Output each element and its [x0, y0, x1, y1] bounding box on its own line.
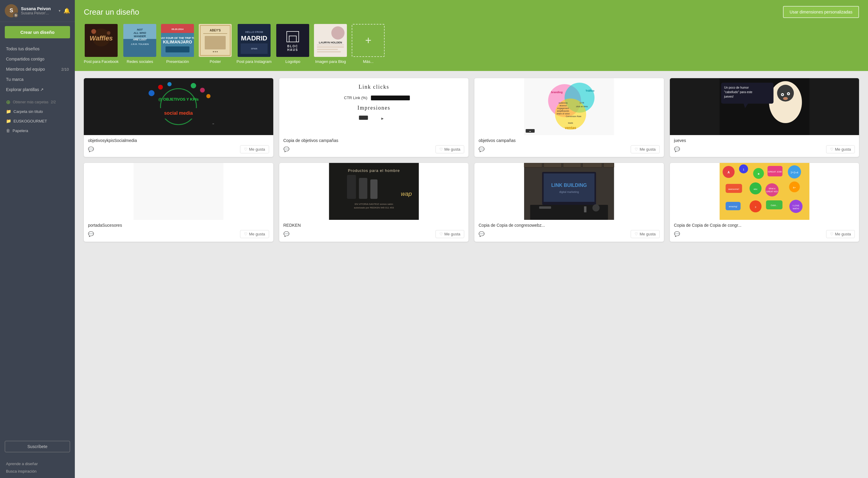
svg-rect-41 — [317, 49, 338, 50]
sidebar-folder-euskogourmet[interactable]: 📁 EUSKOGOURMET — [0, 116, 75, 126]
user-name: Susana Peivon — [21, 6, 56, 11]
design-type-more[interactable]: + Más... — [352, 24, 384, 64]
svg-rect-116 — [539, 206, 551, 209]
custom-dimensions-button[interactable]: Usar dimensiones personalizadas — [783, 6, 859, 18]
svg-text:@ OBJETIVOS Y KPIs: @ OBJETIVOS Y KPIs — [158, 97, 199, 101]
comment-icon[interactable]: 💬 — [478, 146, 485, 152]
design-type-blog[interactable]: LAURYN HOLDEN Imagen para Blog — [314, 24, 347, 64]
like-button-6[interactable]: ♡ Me gusta — [435, 230, 464, 238]
design-card-thumb-5 — [84, 163, 273, 220]
svg-text:BLOC: BLOC — [287, 44, 298, 48]
sidebar-item-shared[interactable]: Compartidos contigo — [0, 54, 75, 64]
bell-icon[interactable]: 🔔 — [63, 7, 70, 14]
sidebar: S S Susana Peivon Susana Peivon'... ▾ 🔔 … — [0, 0, 75, 478]
design-type-presentation[interactable]: 09.20.2014 DAY FOUR OF THE TRIP TO KILIM… — [161, 24, 194, 64]
like-button-8[interactable]: ♡ Me gusta — [826, 230, 855, 238]
design-type-label-facebook: Post para Facebook — [84, 59, 119, 64]
like-button-5[interactable]: ♡ Me gusta — [240, 230, 269, 238]
like-button-7[interactable]: ♡ Me gusta — [631, 230, 659, 238]
svg-text:jueves!: jueves! — [724, 95, 734, 98]
comment-icon[interactable]: 💬 — [283, 146, 289, 152]
design-type-thumb-poster: ABEY'S ♦ ♦ ♦ — [199, 24, 232, 57]
design-card-7[interactable]: LINK BUILDING digital marketing Copia de… — [474, 163, 664, 242]
like-button-1[interactable]: ♡ Me gusta — [240, 145, 269, 153]
design-card-title-7: Copia de Copia de congresowebz... — [478, 223, 660, 228]
sidebar-folder-trash[interactable]: 🗑 Papelera — [0, 126, 75, 136]
design-card-6[interactable]: Productos para el hombre EN VITORIA GAST… — [279, 163, 469, 242]
svg-text:LAURYN HOLDEN: LAURYN HOLDEN — [319, 41, 342, 44]
design-type-thumb-logo: BLOC HAUS — [276, 24, 309, 57]
design-card-1[interactable]: @ OBJETIVOS Y KPIs social media ➡ objeti… — [84, 78, 273, 157]
design-card-thumb-2: Link clicks CTR Link (%) Impresiones ▶ — [279, 78, 469, 135]
design-card-info-3: objetivos campañas 💬 ♡ Me gusta — [474, 135, 664, 157]
design-card-info-2: Copia de objetivos campañas 💬 ♡ Me gusta — [279, 135, 469, 157]
design-type-instagram[interactable]: HELLO FROM MADRID SPAIN Post para Instag… — [237, 24, 272, 64]
user-info: Susana Peivon Susana Peivon'... — [21, 6, 56, 15]
design-card-8[interactable]: A 1 ★ GREAT JOB! 2+2=4 awesome! abc — [670, 163, 859, 242]
subscribe-button[interactable]: Suscríbete — [5, 441, 70, 452]
heart-icon: ♡ — [830, 232, 834, 236]
svg-point-114 — [592, 204, 599, 211]
design-card-title-4: jueves — [674, 138, 855, 143]
design-type-logo[interactable]: BLOC HAUS Logotipo — [276, 24, 309, 64]
svg-text:MATH!: MATH! — [793, 208, 799, 210]
design-card-actions-1: 💬 ♡ Me gusta — [88, 145, 269, 153]
design-card-4[interactable]: Un poco de humor "cabelludo" para este j… — [670, 78, 859, 157]
svg-text:J.R.R. TOLKIEN: J.R.R. TOLKIEN — [131, 43, 149, 46]
learn-design-link[interactable]: Aprende a diseñar — [6, 460, 69, 468]
comment-icon[interactable]: 💬 — [88, 146, 94, 152]
sidebar-item-team-members[interactable]: Miembros del equipo 2/10 — [0, 64, 75, 74]
design-card-thumb-4: Un poco de humor "cabelludo" para este j… — [670, 78, 859, 135]
design-card-2[interactable]: Link clicks CTR Link (%) Impresiones ▶ C… — [279, 78, 469, 157]
design-card-3[interactable]: branding Tráfico ventas audiencia alcanc… — [474, 78, 664, 157]
svg-point-132 — [765, 183, 778, 197]
sidebar-item-label: Compartidos contigo — [6, 57, 44, 61]
sidebar-item-all-designs[interactable]: Todos tus diseños — [0, 44, 75, 54]
svg-text:➡: ➡ — [529, 130, 531, 132]
like-label: Me gusta — [835, 147, 851, 152]
comment-icon[interactable]: 💬 — [478, 231, 485, 237]
more-thumb: + — [352, 24, 384, 57]
svg-text:social media: social media — [164, 111, 193, 116]
design-card-info-1: objetivosykpisSocialmedia 💬 ♡ Me gusta — [84, 135, 273, 157]
comment-icon[interactable]: 💬 — [283, 231, 289, 237]
like-button-2[interactable]: ♡ Me gusta — [435, 145, 464, 153]
like-button-4[interactable]: ♡ Me gusta — [826, 145, 855, 153]
svg-point-50 — [167, 82, 172, 86]
avatar[interactable]: S S — [5, 4, 18, 18]
design-type-facebook[interactable]: Waffles Post para Facebook — [84, 24, 119, 64]
sidebar-folder-untitled[interactable]: 📁 Carpeta sin título — [0, 107, 75, 116]
svg-text:NOT: NOT — [137, 28, 143, 31]
design-type-thumb-facebook: Waffles — [85, 24, 118, 57]
sidebar-item-brand[interactable]: Tu marca — [0, 74, 75, 85]
svg-text:ventas: ventas — [565, 126, 576, 130]
like-button-3[interactable]: ♡ Me gusta — [631, 145, 659, 153]
sidebar-item-explore[interactable]: Explorar plantillas ↗ — [0, 85, 75, 95]
design-type-thumb-presentation: 09.20.2014 DAY FOUR OF THE TRIP TO KILIM… — [161, 24, 194, 57]
svg-rect-107 — [583, 163, 602, 168]
comment-icon[interactable]: 💬 — [88, 231, 94, 237]
create-header: Crear un diseño Usar dimensiones persona… — [75, 0, 868, 71]
svg-text:leads: leads — [568, 122, 573, 124]
svg-point-5 — [91, 29, 96, 34]
design-type-poster[interactable]: ABEY'S ♦ ♦ ♦ Póster — [199, 24, 232, 64]
comment-icon[interactable]: 💬 — [674, 146, 680, 152]
design-card-5[interactable]: portadaSucesores 💬 ♡ Me gusta — [84, 163, 273, 242]
svg-text:amplificación: amplificación — [557, 110, 569, 112]
design-card-actions-4: 💬 ♡ Me gusta — [674, 145, 855, 153]
design-type-social[interactable]: NOT ALL WHO WANDER ARE LOST J.R.R. TOLKI… — [123, 24, 156, 64]
chevron-down-icon[interactable]: ▾ — [59, 9, 60, 13]
create-design-button[interactable]: Crear un diseño — [5, 26, 70, 38]
find-inspiration-link[interactable]: Busca inspiración — [6, 468, 69, 475]
get-more-folders-section[interactable]: ⊕ Obtener más carpetas 2/2 — [0, 96, 75, 107]
main-content: Crear un diseño Usar dimensiones persona… — [75, 0, 868, 478]
design-type-label-more: Más... — [363, 59, 374, 64]
design-card-info-8: Copia de Copia de Copia de congr... 💬 ♡ … — [670, 220, 859, 242]
svg-point-52 — [200, 88, 205, 93]
design-type-label-logo: Logotipo — [285, 59, 300, 64]
svg-text:Link clicks: Link clicks — [359, 84, 389, 90]
heart-icon: ♡ — [244, 232, 248, 236]
svg-text:LINK BUILDING: LINK BUILDING — [551, 183, 587, 188]
comment-icon[interactable]: 💬 — [674, 231, 680, 237]
svg-rect-106 — [563, 163, 581, 168]
